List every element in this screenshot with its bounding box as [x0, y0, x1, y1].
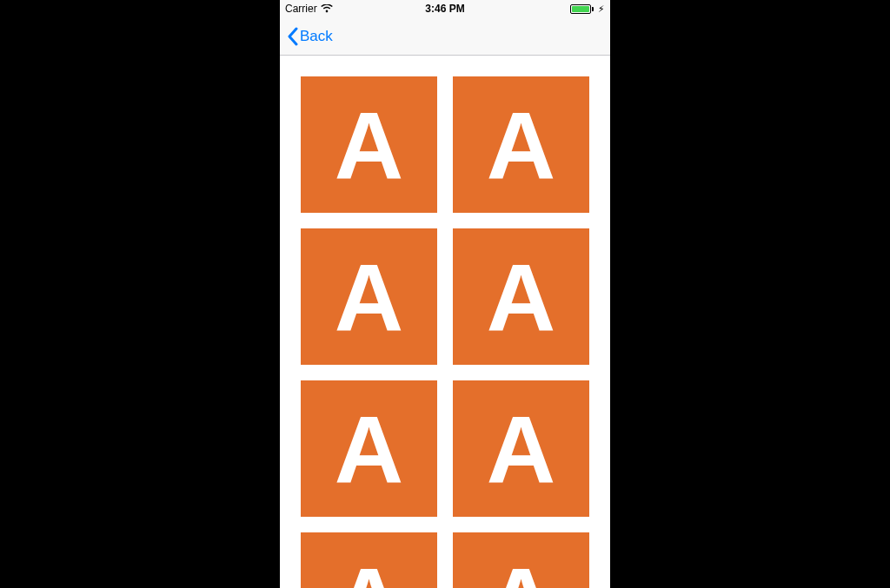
tile-letter: A	[487, 401, 555, 497]
clock: 3:46 PM	[425, 3, 464, 15]
navigation-bar: Back	[280, 17, 610, 56]
tile-letter: A	[487, 553, 555, 589]
charging-icon: ⚡︎	[598, 4, 605, 14]
carrier-label: Carrier	[285, 3, 317, 15]
grid-item[interactable]: A	[453, 76, 589, 213]
chevron-left-icon	[287, 27, 298, 46]
tile-letter: A	[487, 249, 555, 345]
grid-item[interactable]: A	[301, 380, 437, 517]
tile-letter: A	[335, 553, 403, 589]
grid-item[interactable]: A	[453, 380, 589, 517]
wifi-icon	[321, 4, 333, 13]
grid-item[interactable]: A	[301, 532, 437, 588]
grid-item[interactable]: A	[301, 228, 437, 365]
back-button[interactable]: Back	[283, 23, 336, 50]
grid-item[interactable]: A	[301, 76, 437, 213]
status-bar: Carrier 3:46 PM ⚡︎	[280, 0, 610, 17]
tile-letter: A	[335, 401, 403, 497]
tile-letter: A	[335, 97, 403, 193]
grid-item[interactable]: A	[453, 228, 589, 365]
collection-view[interactable]: A A A A A A A A	[280, 56, 610, 588]
battery-icon	[570, 4, 594, 14]
tile-letter: A	[487, 97, 555, 193]
tile-letter: A	[335, 249, 403, 345]
phone-screen: Carrier 3:46 PM ⚡︎	[280, 0, 610, 588]
back-label: Back	[300, 28, 333, 45]
grid-item[interactable]: A	[453, 532, 589, 588]
